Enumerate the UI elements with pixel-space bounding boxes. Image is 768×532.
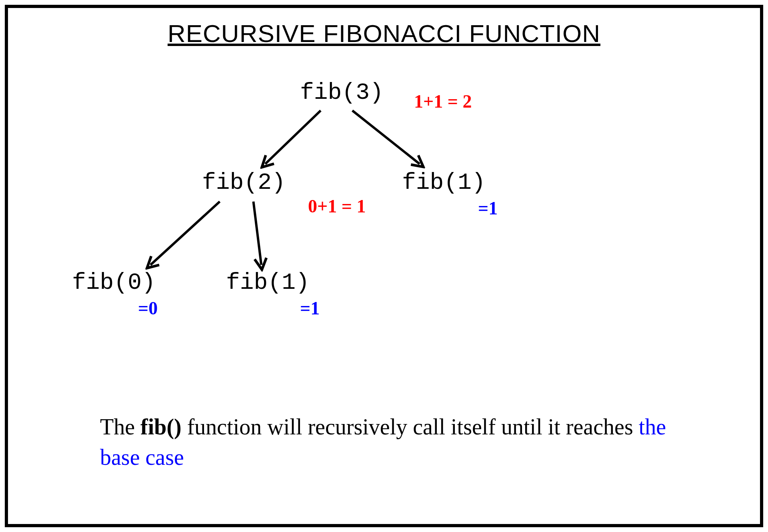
svg-line-0 <box>265 110 321 164</box>
diagram-frame: RECURSIVE FIBONACCI FUNCTION fib(3) 1+1 … <box>5 5 763 527</box>
svg-line-2 <box>150 202 220 265</box>
recursion-tree-diagram: fib(3) 1+1 = 2 fib(2) 0+1 = 1 fib(1) =1 … <box>8 48 760 348</box>
page-title: RECURSIVE FIBONACCI FUNCTION <box>8 19 760 48</box>
caption-text: The fib() function will recursively call… <box>100 412 704 472</box>
caption-bold: fib() <box>140 414 182 439</box>
caption-part2: function will recursively call itself un… <box>182 414 639 439</box>
tree-arrows <box>8 48 760 348</box>
caption-part1: The <box>100 414 140 439</box>
svg-line-3 <box>253 202 261 265</box>
svg-line-1 <box>352 110 420 164</box>
